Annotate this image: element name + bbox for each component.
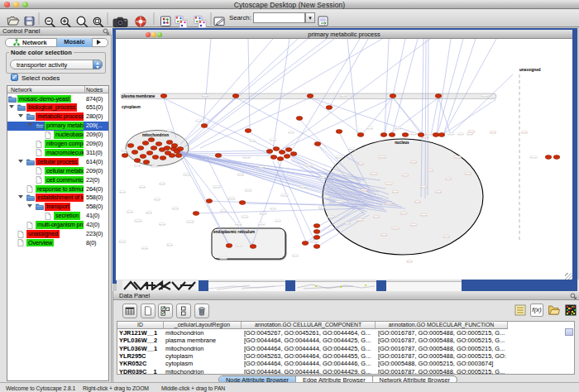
svg-text:Gen ab: Gen ab (166, 130, 174, 132)
svg-text:Gen ab: Gen ab (521, 131, 529, 134)
svg-text:Gen ab: Gen ab (260, 213, 267, 215)
svg-text:Gen ab: Gen ab (319, 177, 327, 179)
svg-text:Gen ab: Gen ab (385, 183, 393, 185)
svg-text:Gen ab: Gen ab (328, 216, 335, 218)
svg-text:Gen ab: Gen ab (344, 222, 352, 225)
svg-text:Gen ab: Gen ab (465, 173, 472, 175)
svg-text:Gen ab: Gen ab (457, 133, 465, 136)
svg-text:Gen ab: Gen ab (242, 216, 249, 218)
svg-text:Gen ab: Gen ab (166, 244, 174, 246)
svg-text:Gen ab: Gen ab (159, 223, 166, 226)
svg-text:Gen ab: Gen ab (220, 257, 227, 260)
svg-text:Gen ab: Gen ab (349, 148, 356, 151)
svg-text:Gen ab: Gen ab (410, 161, 418, 164)
svg-text:endoplasmic reticulum: endoplasmic reticulum (213, 230, 255, 234)
svg-text:Gen ab: Gen ab (447, 133, 455, 136)
svg-text:Gen ab: Gen ab (443, 236, 451, 238)
svg-text:Gen ab: Gen ab (258, 166, 266, 169)
svg-text:Gen ab: Gen ab (288, 131, 295, 134)
svg-text:nucleus: nucleus (395, 141, 409, 145)
svg-text:Gen ab: Gen ab (481, 95, 489, 98)
svg-text:plasma membrane: plasma membrane (122, 94, 156, 98)
svg-text:Gen ab: Gen ab (299, 186, 307, 189)
svg-text:Gen ab: Gen ab (135, 220, 142, 222)
svg-text:Gen ab: Gen ab (427, 170, 434, 172)
svg-text:Gen ab: Gen ab (243, 156, 251, 159)
svg-text:Gen ab: Gen ab (270, 139, 277, 141)
svg-text:Gen ab: Gen ab (258, 223, 266, 226)
svg-text:Gen ab: Gen ab (406, 261, 414, 263)
svg-text:Gen ab: Gen ab (237, 174, 245, 176)
svg-text:Gen ab: Gen ab (385, 203, 393, 205)
svg-text:Gen ab: Gen ab (357, 163, 365, 165)
svg-text:Gen ab: Gen ab (311, 241, 318, 243)
svg-text:Gen ab: Gen ab (410, 133, 418, 136)
svg-text:Gen ab: Gen ab (356, 219, 364, 222)
svg-text:Gen ab: Gen ab (340, 95, 347, 98)
svg-text:Gen ab: Gen ab (414, 201, 422, 203)
svg-text:Gen ab: Gen ab (305, 165, 313, 167)
svg-text:Gen ab: Gen ab (336, 156, 343, 159)
svg-text:Gen ab: Gen ab (395, 127, 402, 130)
svg-text:Gen ab: Gen ab (151, 165, 159, 168)
svg-text:Gen ab: Gen ab (127, 211, 134, 213)
svg-text:Gen ab: Gen ab (435, 191, 443, 194)
svg-text:Gen ab: Gen ab (410, 224, 418, 227)
svg-text:Gen ab: Gen ab (184, 174, 191, 176)
svg-text:Gen ab: Gen ab (202, 95, 209, 98)
svg-text:Gen ab: Gen ab (141, 247, 149, 250)
svg-text:Gen ab: Gen ab (426, 133, 433, 136)
svg-text:Gen ab: Gen ab (392, 227, 400, 230)
svg-text:Gen ab: Gen ab (366, 127, 374, 130)
svg-text:Gen ab: Gen ab (139, 186, 146, 189)
svg-text:Gen ab: Gen ab (119, 191, 127, 194)
svg-text:Gen ab: Gen ab (195, 120, 203, 122)
svg-text:Gen ab: Gen ab (420, 186, 428, 189)
svg-text:Gen ab: Gen ab (318, 207, 326, 209)
svg-text:Gen ab: Gen ab (275, 220, 282, 222)
svg-text:Gen ab: Gen ab (422, 136, 429, 139)
svg-text:Gen ab: Gen ab (172, 208, 179, 210)
svg-text:Gen ab: Gen ab (292, 255, 299, 257)
svg-text:Gen ab: Gen ab (400, 213, 408, 215)
svg-text:Gen ab: Gen ab (402, 174, 409, 177)
svg-text:cytoplasm: cytoplasm (122, 105, 141, 109)
svg-text:Gen ab: Gen ab (146, 212, 153, 214)
svg-text:Gen ab: Gen ab (235, 223, 242, 226)
svg-text:Gen ab: Gen ab (445, 178, 452, 180)
svg-text:Gen ab: Gen ab (490, 131, 497, 134)
svg-text:Gen ab: Gen ab (454, 156, 462, 159)
svg-text:Gen ab: Gen ab (336, 201, 343, 203)
svg-text:Gen ab: Gen ab (154, 198, 161, 201)
svg-text:Gen ab: Gen ab (468, 131, 476, 133)
svg-text:Gen ab: Gen ab (420, 214, 428, 217)
svg-text:Gen ab: Gen ab (134, 165, 141, 167)
svg-text:Gen ab: Gen ab (361, 189, 368, 192)
svg-text:Gen ab: Gen ab (236, 245, 243, 247)
svg-text:Gen ab: Gen ab (228, 198, 236, 200)
svg-text:Gen ab: Gen ab (530, 156, 538, 159)
svg-text:Gen ab: Gen ab (213, 186, 221, 189)
svg-text:Gen ab: Gen ab (159, 183, 166, 185)
svg-text:Gen ab: Gen ab (371, 173, 378, 175)
svg-text:mitochondrion: mitochondrion (142, 133, 169, 137)
svg-text:Gen ab: Gen ab (392, 191, 400, 194)
svg-text:Gen ab: Gen ab (373, 216, 380, 218)
svg-text:Gen ab: Gen ab (119, 241, 127, 243)
svg-text:Gen ab: Gen ab (379, 156, 386, 159)
svg-text:unassigned: unassigned (519, 68, 541, 72)
svg-text:Gen ab: Gen ab (467, 133, 474, 136)
svg-text:Gen ab: Gen ab (380, 234, 388, 237)
svg-text:Gen ab: Gen ab (281, 194, 289, 197)
svg-text:Gen ab: Gen ab (220, 210, 227, 213)
svg-text:Gen ab: Gen ab (121, 150, 128, 152)
svg-text:Gen ab: Gen ab (245, 189, 252, 192)
svg-text:Gen ab: Gen ab (270, 208, 277, 210)
svg-text:Gen ab: Gen ab (187, 221, 194, 223)
svg-text:Gen ab: Gen ab (249, 140, 256, 142)
